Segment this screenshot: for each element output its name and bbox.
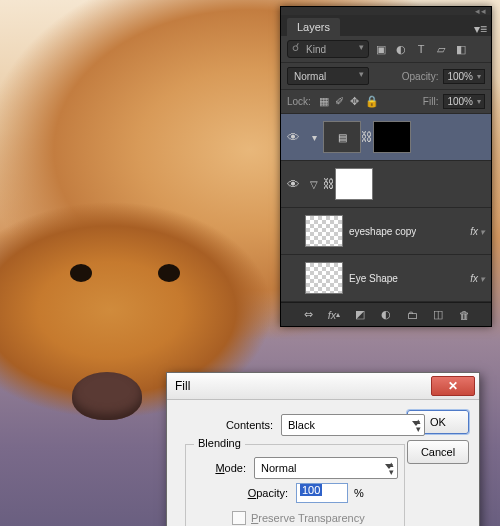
preserve-transparency-label: Preserve Transparency — [251, 512, 365, 524]
delete-layer-icon[interactable]: 🗑 — [456, 309, 472, 321]
new-adjustment-icon[interactable]: ◐ — [378, 308, 394, 321]
preserve-transparency-checkbox: Preserve Transparency — [232, 511, 398, 525]
dialog-title: Fill — [175, 379, 190, 393]
link-mask-icon[interactable]: ⛓ — [361, 130, 373, 144]
background-photo-detail — [72, 372, 142, 420]
dialog-titlebar[interactable]: Fill ✕ — [167, 373, 479, 400]
mask-thumb[interactable] — [373, 121, 411, 153]
collapse-icon[interactable]: ▾ — [305, 132, 323, 143]
percent-label: % — [354, 487, 364, 499]
lock-pixels-icon[interactable]: ✐ — [335, 95, 344, 108]
lock-row: Lock: ▦ ✐ ✥ 🔒 Fill: 100% — [281, 90, 491, 114]
cancel-button[interactable]: Cancel — [407, 440, 469, 464]
lock-label: Lock: — [287, 96, 311, 107]
fx-badge[interactable]: fx▾ — [470, 273, 485, 284]
opacity-label: Opacity: — [402, 71, 439, 82]
blend-mode-select[interactable]: Normal — [287, 67, 369, 85]
lock-transparent-icon[interactable]: ▦ — [319, 95, 329, 108]
link-layers-icon[interactable]: ⇔ — [300, 308, 316, 321]
layer-row[interactable]: 👁 ▽ ⛓ — [281, 161, 491, 208]
visibility-toggle[interactable]: 👁 — [281, 130, 305, 145]
link-mask-icon[interactable]: ⛓ — [323, 177, 335, 191]
mode-select[interactable]: Normal▴▾ — [254, 457, 398, 479]
layers-panel: ◂◂ Layers ▾≡ Kind ▣ ◐ T ▱ ◧ Normal Opaci… — [280, 6, 492, 327]
close-button[interactable]: ✕ — [431, 376, 475, 396]
filter-type-icon[interactable]: T — [413, 41, 429, 57]
lock-position-icon[interactable]: ✥ — [350, 95, 359, 108]
layer-thumb[interactable] — [305, 215, 343, 247]
filter-kind-select[interactable]: Kind — [287, 40, 369, 58]
expand-icon[interactable]: ▽ — [305, 179, 323, 190]
opacity-value[interactable]: 100% — [443, 69, 485, 84]
blend-row: Normal Opacity: 100% — [281, 63, 491, 90]
panel-grip[interactable]: ◂◂ — [281, 7, 491, 15]
lock-all-icon[interactable]: 🔒 — [365, 95, 379, 108]
layer-name: eyeshape copy — [349, 226, 416, 237]
layers-bottom-bar: ⇔ fx▴ ◩ ◐ 🗀 ◫ 🗑 — [281, 302, 491, 326]
filter-row: Kind ▣ ◐ T ▱ ◧ — [281, 36, 491, 63]
filter-adjustment-icon[interactable]: ◐ — [393, 41, 409, 57]
layer-row[interactable]: Eye Shape fx▾ — [281, 255, 491, 302]
blending-group: Blending Mode: Normal▴▾ Opacity: 100 % P… — [185, 444, 405, 526]
mode-label: Mode: — [192, 462, 246, 474]
mask-thumb[interactable] — [335, 168, 373, 200]
layer-row[interactable]: 👁 ▾ ▤ ⛓ — [281, 114, 491, 161]
new-layer-icon[interactable]: ◫ — [430, 308, 446, 321]
panel-menu-button[interactable]: ▾≡ — [474, 22, 487, 36]
layer-style-icon[interactable]: fx▴ — [326, 309, 342, 321]
add-mask-icon[interactable]: ◩ — [352, 308, 368, 321]
layer-name: Eye Shape — [349, 273, 398, 284]
panel-tabbar: Layers ▾≡ — [281, 15, 491, 36]
new-group-icon[interactable]: 🗀 — [404, 309, 420, 321]
background-photo-detail — [158, 264, 180, 282]
background-photo-detail — [70, 264, 92, 282]
opacity-input[interactable]: 100 — [296, 483, 348, 503]
fx-badge[interactable]: fx▾ — [470, 226, 485, 237]
fill-label: Fill: — [423, 96, 439, 107]
layer-row[interactable]: eyeshape copy fx▾ — [281, 208, 491, 255]
contents-select[interactable]: Black▴▾ — [281, 414, 425, 436]
layer-list: 👁 ▾ ▤ ⛓ 👁 ▽ ⛓ eyeshape copy fx▾ Eye Shap… — [281, 114, 491, 302]
tab-layers[interactable]: Layers — [287, 18, 340, 36]
opacity-label-dialog: Opacity: — [192, 487, 288, 499]
contents-label: Contents: — [177, 419, 273, 431]
adjustment-thumb[interactable]: ▤ — [323, 121, 361, 153]
fill-dialog: Fill ✕ OK Cancel Contents: Black▴▾ Blend… — [166, 372, 480, 526]
layer-thumb[interactable] — [305, 262, 343, 294]
fill-value[interactable]: 100% — [443, 94, 485, 109]
visibility-toggle[interactable]: 👁 — [281, 177, 305, 192]
filter-smart-icon[interactable]: ◧ — [453, 41, 469, 57]
blending-legend: Blending — [194, 437, 245, 449]
filter-shape-icon[interactable]: ▱ — [433, 41, 449, 57]
filter-pixel-icon[interactable]: ▣ — [373, 41, 389, 57]
checkbox-icon — [232, 511, 246, 525]
